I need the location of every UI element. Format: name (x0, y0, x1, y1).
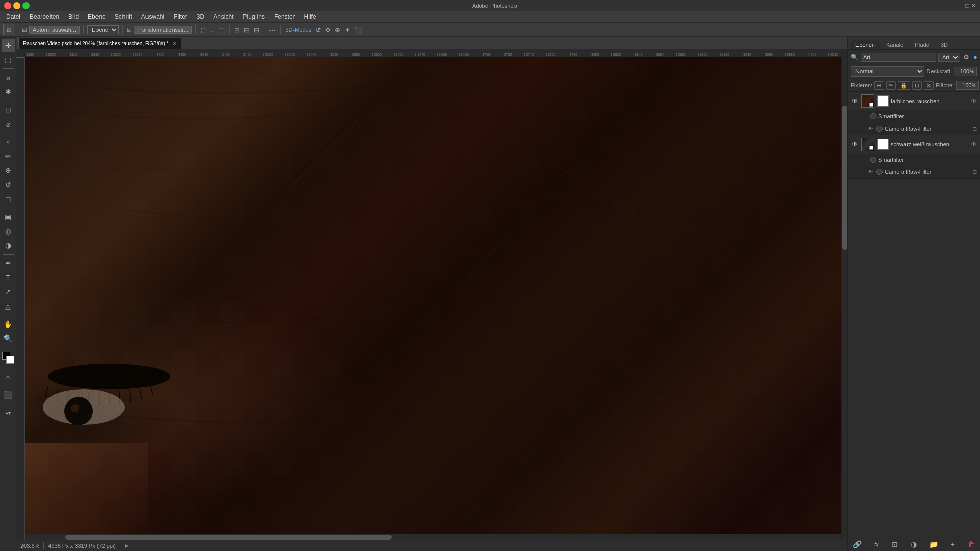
distribute-top-icon[interactable]: ⊟ (233, 25, 241, 35)
shape-tool[interactable]: △ (2, 299, 15, 313)
screen-mode-tool[interactable]: ⬛ (2, 388, 15, 402)
camera-filter-vis-1[interactable]: 👁 (866, 124, 874, 133)
text-tool[interactable]: T (2, 271, 15, 284)
color-swatches[interactable] (2, 352, 14, 364)
layer-adjustment-button[interactable]: ◑ (909, 539, 919, 549)
menu-hilfe[interactable]: Hilfe (300, 12, 321, 21)
brush-tool[interactable]: ✏ (2, 149, 15, 163)
layer-sub-camera-2[interactable]: 👁 Camera Raw-Filter ⊡ (848, 166, 980, 178)
layer-mask-button[interactable]: ⊡ (890, 539, 900, 549)
background-color[interactable] (6, 356, 14, 364)
fill-input[interactable] (956, 81, 979, 90)
menu-bearbeiten[interactable]: Bearbeiten (26, 12, 63, 21)
lock-position-btn[interactable]: ⊕ (874, 81, 884, 90)
move-tool[interactable]: ✛ (2, 39, 15, 52)
lock-artboard-btn[interactable]: ⊡ (912, 81, 922, 90)
layer-visibility-schwarz[interactable]: 👁 (851, 140, 859, 148)
extra-icon[interactable]: ⬛ (353, 25, 363, 35)
vertical-scrollbar[interactable] (841, 57, 847, 540)
menu-datei[interactable]: Datei (2, 12, 24, 21)
layer-item-schwarz[interactable]: 👁 schwarz weiß rauschen 👁 (848, 135, 980, 154)
blur-tool[interactable]: ◎ (2, 224, 15, 238)
tool-preset-button[interactable]: Autom. auswäh... (29, 26, 80, 34)
zoom-tool-icon[interactable]: ⊕ (334, 25, 341, 35)
menu-bild[interactable]: Bild (64, 12, 83, 21)
dodge-tool[interactable]: ◑ (2, 239, 15, 252)
align-left-icon[interactable]: ⬚ (200, 25, 208, 35)
gradient-tool[interactable]: ▣ (2, 210, 15, 223)
lock-all-btn[interactable]: 🔒 (898, 81, 910, 90)
tab-ebenen[interactable]: Ebenen (850, 40, 880, 49)
pan-icon[interactable]: ✥ (324, 25, 332, 35)
path-select-tool[interactable]: ↗ (2, 285, 15, 298)
selection-tool[interactable]: ⬚ (2, 53, 15, 66)
menu-schrift[interactable]: Schrift (111, 12, 136, 21)
layer-link-button[interactable]: 🔗 (851, 539, 864, 549)
align-center-icon[interactable]: ≡ (210, 25, 216, 35)
layers-type-select[interactable]: Art (938, 53, 960, 62)
tab-pfade[interactable]: Pfade (909, 40, 935, 49)
vertical-scrollbar-thumb[interactable] (842, 106, 847, 251)
lock-pixels-btn[interactable]: ✏ (886, 81, 896, 90)
crop-tool[interactable]: ⊡ (2, 103, 15, 116)
minimize-button[interactable] (13, 2, 20, 9)
camera-filter-vis-2[interactable]: 👁 (866, 168, 874, 176)
canvas-container[interactable] (24, 57, 847, 540)
title-bar-controls[interactable] (4, 2, 30, 9)
more-options-icon[interactable]: ⋯ (268, 25, 277, 35)
layer-options-farbliches[interactable]: 👁 (971, 97, 977, 105)
hand-tool-icon[interactable]: ✦ (344, 25, 351, 35)
tab-close-button[interactable]: ✕ (172, 40, 177, 47)
canvas-tab-active[interactable]: Rauschen Video.psdc bei 204% (farbliches… (18, 38, 181, 49)
quick-mask-tool[interactable]: ○ (2, 370, 15, 384)
heal-tool[interactable]: ⌖ (2, 135, 15, 148)
close-button[interactable] (4, 2, 11, 9)
align-right-icon[interactable]: ⬚ (217, 25, 226, 35)
tab-3d[interactable]: 3D (935, 40, 953, 49)
clone-tool[interactable]: ⊕ (2, 164, 15, 177)
layer-options-schwarz[interactable]: 👁 (971, 141, 977, 148)
layer-new-button[interactable]: + (949, 539, 957, 549)
menu-fenster[interactable]: Fenster (270, 12, 299, 21)
blend-mode-select[interactable]: Normal (851, 66, 924, 77)
rotate-icon[interactable]: ↺ (314, 25, 322, 35)
menu-ansicht[interactable]: Ansicht (209, 12, 237, 21)
zoom-tool[interactable]: 🔍 (2, 332, 15, 345)
menu-auswahl[interactable]: Auswahl (137, 12, 168, 21)
distribute-bottom-icon[interactable]: ⊟ (253, 25, 260, 35)
layer-sub-camera-1[interactable]: 👁 Camera Raw-Filter ⊡ (848, 122, 980, 135)
lock-extra-btn[interactable]: ⊠ (924, 81, 934, 90)
transform-checkbox[interactable]: ☑ (127, 27, 132, 33)
layer-fx-button[interactable]: fx (872, 540, 881, 548)
menu-plugins[interactable]: Plug-ins (239, 12, 269, 21)
horizontal-scrollbar-thumb[interactable] (65, 535, 392, 540)
distribute-mid-icon[interactable]: ⊟ (243, 25, 251, 35)
pen-tool[interactable]: ✒ (2, 257, 15, 270)
maximize-button[interactable] (22, 2, 30, 9)
layer-item-farbliches[interactable]: 👁 farbliches rauschen 👁 (848, 92, 980, 110)
camera-filter-options-1[interactable]: ⊡ (972, 126, 977, 132)
extra-tools-btn[interactable]: ▸▾ (2, 406, 15, 419)
menu-filter[interactable]: Filter (169, 12, 191, 21)
layer-delete-button[interactable]: 🗑 (966, 539, 977, 549)
layer-type-select[interactable]: Ebene (87, 25, 119, 34)
layer-visibility-farbliches[interactable]: 👁 (851, 97, 859, 105)
opacity-input[interactable] (954, 67, 977, 76)
horizontal-scrollbar[interactable] (24, 534, 841, 540)
tool-preset-icon[interactable]: ⊞ (3, 24, 14, 35)
tab-kanaele[interactable]: Kanäle (880, 40, 909, 49)
camera-filter-options-2[interactable]: ⊡ (972, 169, 977, 176)
menu-ebene[interactable]: Ebene (84, 12, 110, 21)
layer-group-button[interactable]: 📁 (927, 539, 940, 549)
lasso-tool[interactable]: ⌀ (2, 71, 15, 84)
window-controls[interactable]: ─ □ ✕ (960, 2, 976, 9)
magic-wand-tool[interactable]: ✱ (2, 85, 15, 98)
layers-filter-btn[interactable]: ⚙ (962, 52, 970, 62)
eyedropper-tool[interactable]: ⌀ (2, 117, 15, 131)
layers-search-input[interactable] (861, 53, 936, 62)
eraser-tool[interactable]: ◻ (2, 192, 15, 206)
menu-3d[interactable]: 3D (192, 12, 208, 21)
history-brush-tool[interactable]: ↺ (2, 178, 15, 191)
transform-button[interactable]: Transformationsstr... (134, 26, 192, 34)
hand-tool[interactable]: ✋ (2, 317, 15, 331)
